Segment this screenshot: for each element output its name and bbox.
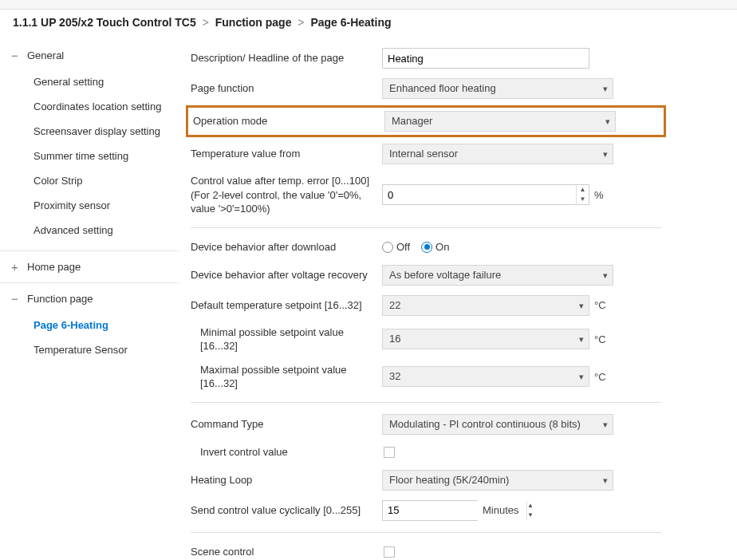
spinner-input[interactable] [383,185,576,204]
divider [191,227,661,228]
select-value: Enhanced floor heating [389,82,496,94]
divider [191,402,661,403]
collapse-icon: − [11,49,24,61]
spinner-down-icon[interactable]: ▼ [577,195,589,204]
collapse-icon: − [11,293,24,305]
nav-item[interactable]: Advanced setting [0,218,179,243]
temp-from-select[interactable]: Internal sensor [382,144,613,164]
nav-item[interactable]: Temperature Sensor [0,337,179,362]
control-value-input[interactable]: ▲ ▼ [382,184,589,205]
send-cyclic-input[interactable]: ▲ ▼ [382,500,478,521]
scene-control-checkbox[interactable] [384,546,395,558]
breadcrumb-function-page[interactable]: Function page [215,16,292,29]
breadcrumb-sep: > [294,16,307,29]
nav-group-function[interactable]: − Function page [0,291,179,306]
spinner-up-icon[interactable]: ▲ [527,501,534,511]
select-value: Floor heating (5K/240min) [389,474,509,486]
invert-control-label: Invert control value [191,445,382,459]
select-value: As before voltage failure [389,269,501,281]
nav-group-label: General [24,49,64,61]
celsius-unit: °C [594,299,606,311]
nav-group-general[interactable]: − General [0,48,179,63]
operation-mode-select[interactable]: Manager [384,111,616,132]
radio-label: On [436,241,449,253]
behavior-voltage-select[interactable]: As before voltage failure [382,265,613,286]
parameter-tree: − General General settingCoordinates loc… [0,37,179,560]
nav-group-label: Function page [24,293,93,305]
expand-icon: + [11,261,24,273]
control-value-error-label: Control value after temp. error [0...100… [191,174,382,216]
behavior-voltage-label: Device behavior after voltage recovery [191,268,382,282]
spinner-up-icon[interactable]: ▲ [577,185,589,195]
invert-control-checkbox[interactable] [384,447,395,458]
behavior-download-label: Device behavior after download [191,240,382,254]
description-input[interactable] [382,48,589,69]
temp-from-label: Temperature value from [191,147,382,161]
select-value: 32 [389,370,400,382]
page-function-label: Page function [191,81,382,96]
spinner-down-icon[interactable]: ▼ [527,511,534,520]
divider [191,532,661,533]
nav-item[interactable]: General setting [0,69,179,94]
select-value: 22 [389,299,400,311]
radio-label: Off [396,241,410,253]
max-setpoint-label: Maximal possible setpoint value [16...32… [191,363,382,391]
breadcrumb-page-6[interactable]: Page 6-Heating [310,16,391,29]
select-value: Manager [392,115,432,127]
behavior-download-on-radio[interactable]: On [421,241,449,253]
heating-loop-label: Heating Loop [191,473,382,487]
celsius-unit: °C [594,371,606,383]
page-function-select[interactable]: Enhanced floor heating [382,78,613,99]
nav-item[interactable]: Summer time setting [0,144,179,168]
nav-item[interactable]: Page 6-Heating [0,313,179,337]
description-label: Description/ Headline of the page [191,51,382,65]
command-type-select[interactable]: Modulating - PI control continuous (8 bi… [382,414,613,435]
select-value: Internal sensor [389,148,458,160]
nav-item[interactable]: Screensaver display setting [0,119,179,144]
nav-group-label: Home page [24,261,81,273]
celsius-unit: °C [594,333,606,345]
breadcrumb-sep: > [199,16,212,29]
percent-unit: % [594,189,604,201]
default-setpoint-select[interactable]: 22 [382,295,589,316]
nav-item[interactable]: Coordinates location setting [0,94,179,119]
command-type-label: Command Type [191,417,382,432]
nav-group-home[interactable]: + Home page [0,259,179,274]
operation-mode-label: Operation mode [193,114,384,128]
max-setpoint-select[interactable]: 32 [382,366,589,387]
behavior-download-off-radio[interactable]: Off [382,241,410,253]
radio-icon [421,242,432,253]
operation-mode-row-highlighted: Operation mode Manager [186,105,666,137]
radio-icon [382,242,393,253]
scene-control-label: Scene control [191,545,382,559]
breadcrumb-device[interactable]: 1.1.1 UP 205/x2 Touch Control TC5 [13,16,196,29]
min-setpoint-select[interactable]: 16 [382,329,589,349]
default-setpoint-label: Default temperature setpoint [16...32] [191,298,382,313]
send-cyclic-label: Send control value cyclically [0...255] [191,503,382,518]
breadcrumb: 1.1.1 UP 205/x2 Touch Control TC5 > Func… [0,10,737,37]
select-value: Modulating - PI control continuous (8 bi… [389,418,581,430]
nav-item[interactable]: Proximity sensor [0,193,179,218]
select-value: 16 [389,333,400,345]
nav-item[interactable]: Color Strip [0,168,179,193]
minutes-unit: Minutes [483,504,519,516]
heating-loop-select[interactable]: Floor heating (5K/240min) [382,470,613,491]
min-setpoint-label: Minimal possible setpoint value [16...32… [191,325,382,353]
parameter-panel: Description/ Headline of the page Page f… [179,37,737,560]
window-titlebar-stub [0,0,737,10]
